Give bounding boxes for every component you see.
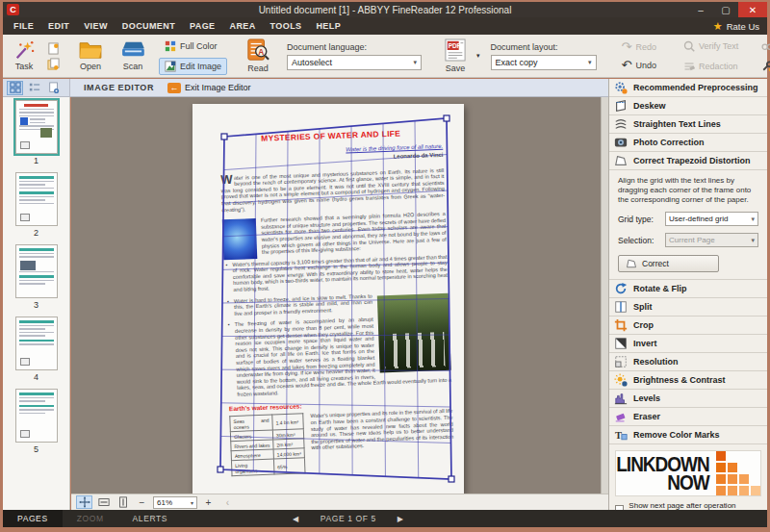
panel-item-crop[interactable]: Crop	[609, 317, 767, 335]
page-thumbnail-1[interactable]: 1	[3, 100, 69, 165]
window-title: Untitled document [1] - ABBYY FineReader…	[3, 5, 767, 15]
panel-item-photo-correction[interactable]: Photo Correction	[609, 134, 767, 152]
page-thumbnail-4[interactable]: 4	[3, 317, 69, 382]
app-window: C Untitled document [1] - ABBYY FineRead…	[0, 0, 770, 532]
options-button[interactable]: Options	[756, 58, 770, 75]
undo-icon: ↶	[622, 61, 632, 70]
pages-thumbnail-panel: 1 2 3 4 5	[3, 97, 70, 510]
verify-text-icon	[683, 40, 695, 52]
find-button[interactable]: Find	[756, 38, 770, 55]
read-button[interactable]: A Read	[238, 35, 278, 77]
svg-text:T: T	[615, 430, 622, 441]
layout-select[interactable]: Exact copy▾	[491, 55, 597, 70]
svg-text:PDF: PDF	[449, 42, 461, 49]
grid-type-label: Grid type:	[618, 215, 660, 224]
folder-icon	[78, 40, 103, 60]
wrench-icon	[761, 61, 770, 72]
chevron-down-icon: ▾	[588, 59, 592, 66]
panel-item-resolution[interactable]: Resolution	[609, 353, 767, 371]
panel-item-brightness-contrast[interactable]: Brightness & Contrast	[609, 371, 767, 390]
fit-height-button[interactable]	[115, 495, 131, 509]
scanner-icon	[120, 40, 145, 60]
fit-width-button[interactable]	[95, 495, 112, 509]
zoom-in-button[interactable]: +	[200, 495, 217, 509]
grid-view-icon	[10, 82, 21, 93]
magic-wand-icon	[13, 40, 35, 60]
page-thumbnail-2[interactable]: 2	[3, 172, 69, 238]
edit-image-icon	[165, 61, 176, 72]
trapezoid-instructions: Align the grid with the text lines by dr…	[618, 176, 758, 205]
save-options-arrow[interactable]: ▾	[475, 52, 482, 60]
edit-image-button[interactable]: Edit Image	[159, 58, 227, 75]
details-view-button[interactable]	[26, 81, 42, 95]
open-button[interactable]: Open	[69, 35, 112, 77]
redo-button[interactable]: ↷ Redo	[616, 39, 662, 55]
trapezoid-grid[interactable]	[192, 104, 464, 494]
menu-tools[interactable]: TOOLS	[270, 21, 302, 31]
scroll-left-button[interactable]: ‹	[219, 495, 236, 509]
full-color-button[interactable]: Full Color	[159, 38, 227, 55]
language-select[interactable]: Autoselect▾	[287, 55, 422, 70]
menu-view[interactable]: VIEW	[84, 21, 108, 31]
close-button[interactable]: ✕	[738, 2, 767, 17]
scan-button[interactable]: Scan	[112, 35, 154, 77]
next-page-button[interactable]: ▶	[398, 515, 404, 523]
panel-item-deskew[interactable]: Deskew	[609, 97, 767, 115]
menu-document[interactable]: DOCUMENT	[122, 21, 175, 31]
trapezoid-icon	[614, 154, 628, 167]
menu-file[interactable]: FILE	[13, 21, 34, 31]
image-canvas[interactable]: MYSTERIES OF WATER AND LIFE Water is the…	[71, 97, 601, 494]
panel-item-split[interactable]: Split	[609, 298, 767, 317]
panel-item-eraser[interactable]: Eraser	[609, 408, 767, 426]
previous-page-button[interactable]: ◀	[293, 515, 299, 523]
panel-item-recommended-preprocessing[interactable]: Recommended Preprocessing	[609, 79, 767, 97]
thumbnails-view-button[interactable]	[7, 81, 23, 95]
fit-page-icon	[79, 496, 90, 508]
panel-item-correct-trapezoid-distortion[interactable]: Correct Trapezoid Distortion	[609, 152, 767, 170]
page-properties-button[interactable]	[45, 81, 62, 95]
panel-item-levels[interactable]: Levels	[609, 390, 767, 408]
fit-page-button[interactable]	[76, 495, 92, 509]
grid-type-select[interactable]: User-defined grid▾	[665, 212, 758, 226]
eraser-icon	[614, 410, 628, 423]
image-editor-bar: IMAGE EDITOR ← Exit Image Editor	[3, 79, 608, 97]
panel-item-rotate-flip[interactable]: Rotate & Flip	[609, 280, 767, 298]
minimize-button[interactable]: –	[688, 2, 713, 17]
split-icon	[614, 300, 628, 314]
redaction-button[interactable]: Redaction	[678, 58, 744, 75]
menu-page[interactable]: PAGE	[190, 21, 215, 31]
selection-select[interactable]: Current Page▾	[665, 233, 758, 247]
tab-zoom[interactable]: ZOOM	[63, 510, 118, 527]
tab-alerts[interactable]: ALERTS	[118, 510, 183, 527]
trapezoid-icon	[626, 258, 637, 269]
zoom-out-button[interactable]: −	[134, 495, 150, 509]
page-thumbnail-3[interactable]: 3	[3, 244, 69, 310]
menu-area[interactable]: AREA	[229, 21, 255, 31]
redo-icon: ↷	[622, 42, 632, 52]
save-button[interactable]: PDF Save	[436, 35, 475, 77]
tab-pages[interactable]: PAGES	[3, 510, 63, 527]
linkdown-now-ad[interactable]: LINKDOWN NOW	[615, 450, 761, 496]
verify-text-button[interactable]: Verify Text	[678, 38, 744, 55]
rate-us-button[interactable]: ★ Rate Us	[713, 20, 759, 33]
exit-image-editor-button[interactable]: ← Exit Image Editor	[167, 83, 251, 93]
panel-item-straighten-text-lines[interactable]: Straighten Text Lines	[609, 115, 767, 134]
menu-help[interactable]: HELP	[316, 21, 341, 31]
new-page-icon[interactable]	[47, 42, 60, 55]
panel-item-remove-color-marks[interactable]: T Remove Color Marks	[609, 426, 767, 444]
zoom-level-select[interactable]: 61%▾	[153, 496, 197, 509]
correct-button[interactable]: Correct	[618, 255, 719, 272]
page-thumbnail-5[interactable]: 5	[3, 389, 69, 454]
canvas-scrollbar[interactable]	[601, 97, 608, 494]
fit-height-icon	[117, 496, 129, 508]
redaction-icon	[683, 61, 695, 72]
svg-text:A: A	[258, 47, 264, 57]
panel-item-invert[interactable]: Invert	[609, 335, 767, 353]
menu-edit[interactable]: EDIT	[48, 21, 69, 31]
task-button[interactable]: Task	[5, 35, 43, 77]
duplicate-page-icon[interactable]	[47, 58, 60, 70]
chevron-down-icon: ▾	[414, 59, 418, 66]
maximize-button[interactable]: ▢	[713, 2, 738, 17]
thumbnail-image	[15, 317, 58, 370]
undo-button[interactable]: ↶ Undo	[616, 58, 662, 73]
